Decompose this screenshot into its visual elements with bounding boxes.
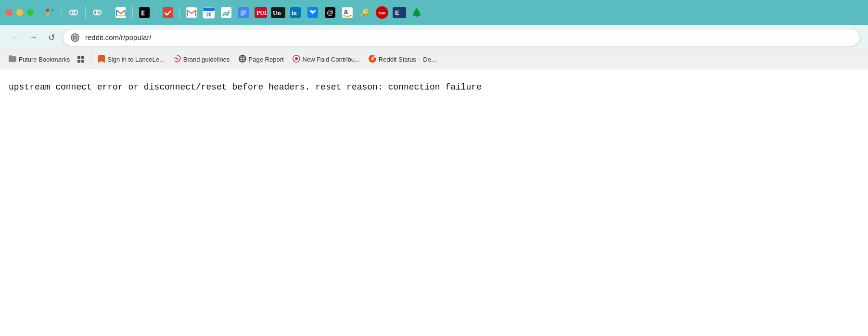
evernote-icon[interactable]: E [137,5,152,20]
back-button[interactable]: ← [8,30,22,45]
svg-rect-45 [81,56,84,59]
brand-guidelines-label: Brand guidelines [183,56,230,63]
key-icon[interactable]: 🔑 [357,5,372,20]
threads-icon[interactable]: @ [322,5,338,20]
svg-rect-44 [77,56,80,59]
reddit-icon [369,55,376,64]
circles2-icon[interactable] [89,5,105,20]
svg-point-0 [46,9,49,12]
bookmarks-bar: Future Bookmarks Sign in to LanceLe... B [0,50,868,69]
svg-text:Un: Un [273,9,281,16]
esport-icon[interactable]: E [392,5,407,20]
future-bookmarks-label: Future Bookmarks [19,56,70,63]
svg-point-55 [295,57,298,60]
calendar-icon[interactable]: 20 [201,5,217,20]
reddit-status-label: Reddit Status – De... [379,56,436,63]
site-identity-icon [70,32,80,43]
toolbar-icons: E 20 [42,5,862,20]
slack-icon[interactable] [42,5,58,20]
un-icon[interactable]: Un [270,5,286,20]
svg-text:20: 20 [206,12,212,17]
svg-text:@: @ [327,9,333,16]
svg-rect-46 [77,60,80,63]
svg-text:in: in [292,9,297,16]
minimize-button[interactable] [16,9,23,16]
page-report-label: Page Report [249,56,284,63]
bookmarks-divider [91,54,91,65]
grid-bookmark[interactable] [75,54,88,65]
forward-button[interactable]: → [26,30,40,45]
maximize-button[interactable] [27,9,34,16]
divider-1 [62,6,62,19]
error-message: upstream connect error or disconnect/res… [9,81,859,94]
bluesky-icon[interactable] [305,5,320,20]
new-paid-contrib-bookmark[interactable]: New Paid Contribu... [289,53,364,66]
address-text: reddit.com/r/popular/ [85,33,853,41]
lancelot-bookmark[interactable]: Sign in to LanceLe... [94,53,168,66]
lancelot-icon [98,55,105,64]
gmail-icon[interactable] [113,5,128,20]
svg-text:THR: THR [379,12,385,15]
nav-bar: ← → ↺ reddit.com/r/popular/ [0,25,868,50]
divider-6 [179,6,180,19]
svg-point-59 [373,58,374,59]
linkedin-icon[interactable]: in [288,5,303,20]
lancelot-label: Sign in to LanceLe... [107,56,165,63]
maps-icon[interactable] [218,5,234,20]
svg-rect-11 [163,7,173,18]
future-bookmarks[interactable]: Future Bookmarks [5,53,74,65]
divider-3 [109,6,109,19]
traffic-lights [6,9,34,16]
new-paid-contrib-label: New Paid Contribu... [303,56,360,63]
svg-rect-14 [203,8,215,11]
svg-rect-17 [238,7,249,18]
svg-point-48 [176,58,178,60]
circles-icon[interactable] [66,5,81,20]
page-report-icon [239,55,246,64]
divider-5 [156,6,156,19]
brand-guidelines-icon [173,55,181,64]
docs-icon[interactable] [236,5,251,20]
reload-button[interactable]: ↺ [44,30,59,45]
tree-icon[interactable]: 🌲 [409,5,424,20]
tab-bar: E 20 [0,0,868,25]
svg-text:a: a [344,8,348,15]
divider-2 [85,6,86,19]
svg-rect-12 [186,7,197,18]
svg-text:PULSE: PULSE [256,10,267,16]
svg-point-1 [51,9,54,12]
svg-text:E: E [395,9,399,16]
page-content: upstream connect error or disconnect/res… [0,69,868,291]
svg-point-58 [371,58,372,59]
new-paid-contrib-icon [293,55,300,64]
svg-point-2 [46,13,49,16]
svg-text:E: E [141,9,145,17]
svg-point-3 [51,13,54,16]
pulse-icon[interactable]: PULSE [253,5,268,20]
svg-rect-47 [81,60,84,63]
gmail2-icon[interactable] [184,5,199,20]
close-button[interactable] [6,9,13,16]
thr-icon[interactable]: THR [374,5,390,20]
address-bar[interactable]: reddit.com/r/popular/ [63,29,860,46]
page-report-bookmark[interactable]: Page Report [235,53,288,66]
todoist-icon[interactable] [160,5,176,20]
brand-guidelines-bookmark[interactable]: Brand guidelines [169,53,234,66]
folder-icon [9,55,16,64]
amazon-icon[interactable]: a [340,5,355,20]
reddit-status-bookmark[interactable]: Reddit Status – De... [365,53,440,66]
divider-4 [132,6,133,19]
